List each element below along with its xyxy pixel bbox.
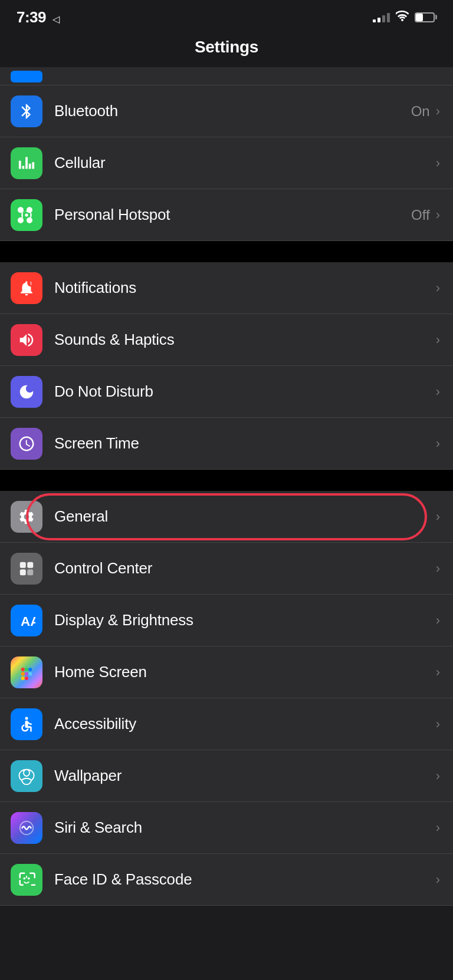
cellular-content: Cellular ›: [54, 154, 440, 172]
general-gear-icon: [18, 508, 35, 526]
accessibility-icon-bg: [11, 708, 42, 740]
home-screen-icon-bg: [11, 656, 42, 688]
svg-point-15: [25, 676, 28, 679]
signal-bar-4: [387, 13, 390, 22]
accessibility-right: ›: [436, 717, 440, 732]
siri-icon: [18, 819, 35, 837]
sidebar-item-personal-hotspot[interactable]: Personal Hotspot Off ›: [0, 189, 453, 241]
svg-point-0: [25, 213, 28, 216]
sidebar-item-screen-time[interactable]: Screen Time ›: [0, 418, 453, 470]
partial-top-item[interactable]: [0, 68, 453, 85]
display-right: ›: [436, 613, 440, 628]
face-id-right: ›: [436, 872, 440, 887]
screen-time-icon: [18, 435, 35, 453]
hotspot-value: Off: [411, 207, 430, 223]
accessibility-content: Accessibility ›: [54, 715, 440, 733]
sidebar-item-cellular[interactable]: Cellular ›: [0, 137, 453, 189]
dnd-icon: [18, 383, 35, 401]
sidebar-item-siri-search[interactable]: Siri & Search ›: [0, 802, 453, 854]
cellular-icon-bg: [11, 147, 42, 179]
control-center-chevron: ›: [436, 561, 440, 576]
status-bar: 7:39 ◁: [0, 0, 453, 32]
face-id-icon-bg: [11, 864, 42, 896]
bluetooth-chevron: ›: [436, 104, 440, 119]
hotspot-icon-bg: [11, 199, 42, 231]
svg-point-14: [21, 676, 25, 679]
sidebar-item-do-not-disturb[interactable]: Do Not Disturb ›: [0, 366, 453, 418]
notifications-chevron: ›: [436, 281, 440, 296]
wallpaper-icon: [18, 767, 35, 785]
display-icon: AA: [18, 612, 35, 629]
siri-content: Siri & Search ›: [54, 819, 440, 837]
sidebar-item-general[interactable]: General ›: [0, 491, 453, 543]
sounds-icon: [18, 331, 35, 349]
bluetooth-right: On ›: [411, 103, 440, 120]
home-screen-label: Home Screen: [54, 663, 147, 681]
hotspot-label: Personal Hotspot: [54, 206, 170, 224]
home-screen-content: Home Screen ›: [54, 663, 440, 681]
display-icon-bg: AA: [11, 605, 42, 636]
siri-label: Siri & Search: [54, 819, 142, 837]
bluetooth-value: On: [411, 103, 430, 120]
sidebar-item-wallpaper[interactable]: Wallpaper ›: [0, 750, 453, 802]
general-icon-bg: [11, 501, 42, 533]
sidebar-item-display-brightness[interactable]: AA Display & Brightness ›: [0, 595, 453, 646]
control-center-icon-bg: [11, 553, 42, 585]
dnd-icon-bg: [11, 376, 42, 408]
screen-time-label: Screen Time: [54, 434, 139, 453]
face-id-icon: [18, 871, 35, 889]
screen-time-content: Screen Time ›: [54, 434, 440, 453]
sidebar-item-bluetooth[interactable]: Bluetooth On ›: [0, 85, 453, 137]
sounds-chevron: ›: [436, 332, 440, 348]
sounds-right: ›: [436, 332, 440, 348]
wallpaper-label: Wallpaper: [54, 767, 122, 785]
accessibility-label: Accessibility: [54, 715, 136, 733]
notifications-right: ›: [436, 281, 440, 296]
control-center-content: Control Center ›: [54, 559, 440, 578]
bluetooth-icon: [18, 103, 35, 120]
accessibility-chevron: ›: [436, 717, 440, 732]
cellular-right: ›: [436, 156, 440, 171]
display-label: Display & Brightness: [54, 611, 193, 629]
hotspot-chevron: ›: [436, 207, 440, 223]
notifications-content: Notifications ›: [54, 279, 440, 297]
partial-icon: [11, 71, 42, 83]
accessibility-icon: [18, 715, 35, 733]
location-icon: ◁: [52, 14, 60, 24]
home-screen-icon: [18, 664, 35, 681]
sounds-label: Sounds & Haptics: [54, 331, 174, 349]
sidebar-item-control-center[interactable]: Control Center ›: [0, 543, 453, 595]
svg-point-13: [28, 672, 32, 675]
cellular-chevron: ›: [436, 156, 440, 171]
siri-icon-bg: [11, 812, 42, 844]
general-right: ›: [436, 509, 440, 524]
svg-text:!: !: [30, 281, 32, 286]
face-id-chevron: ›: [436, 872, 440, 887]
control-center-icon: [18, 560, 35, 578]
sounds-content: Sounds & Haptics ›: [54, 331, 440, 349]
screen-time-right: ›: [436, 436, 440, 451]
signal-bar-3: [382, 15, 385, 22]
general-chevron: ›: [436, 509, 440, 524]
sidebar-item-accessibility[interactable]: Accessibility ›: [0, 698, 453, 750]
svg-point-8: [21, 667, 25, 671]
wallpaper-icon-bg: [11, 760, 42, 792]
wallpaper-content: Wallpaper ›: [54, 767, 440, 785]
sidebar-item-sounds-haptics[interactable]: Sounds & Haptics ›: [0, 314, 453, 366]
face-id-content: Face ID & Passcode ›: [54, 870, 440, 889]
hotspot-right: Off ›: [411, 207, 440, 223]
status-icons: [373, 11, 436, 24]
cellular-label: Cellular: [54, 154, 106, 172]
sidebar-item-notifications[interactable]: ! Notifications ›: [0, 262, 453, 314]
display-chevron: ›: [436, 613, 440, 628]
section-separator-2: [0, 470, 453, 491]
battery: [415, 12, 436, 22]
face-id-label: Face ID & Passcode: [54, 870, 192, 889]
page-title: Settings: [195, 38, 258, 56]
siri-chevron: ›: [436, 820, 440, 836]
sidebar-item-face-id[interactable]: Face ID & Passcode ›: [0, 854, 453, 906]
svg-point-9: [25, 667, 28, 671]
home-screen-right: ›: [436, 665, 440, 680]
hotspot-content: Personal Hotspot Off ›: [54, 206, 440, 224]
sidebar-item-home-screen[interactable]: Home Screen ›: [0, 646, 453, 698]
